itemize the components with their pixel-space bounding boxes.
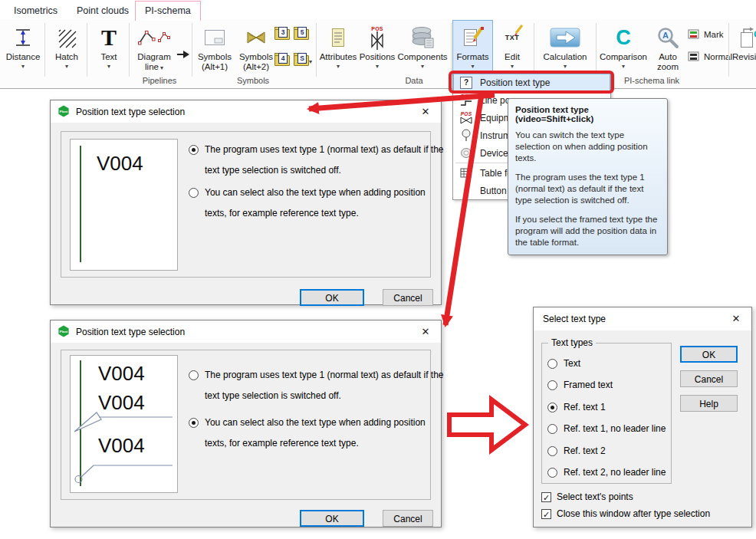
chevron-down-icon[interactable]: ▾ xyxy=(309,58,312,65)
radio-framed-text[interactable]: Framed text xyxy=(547,380,613,390)
cancel-button[interactable]: Cancel xyxy=(680,370,738,387)
svg-text:Plant: Plant xyxy=(60,110,68,113)
dialog-title: Select text type xyxy=(543,314,606,324)
radio-button[interactable] xyxy=(189,370,199,380)
radio-button[interactable] xyxy=(547,424,557,434)
radio-button[interactable] xyxy=(547,446,557,456)
normal-button[interactable]: Normal xyxy=(688,51,732,62)
radio-ref-text-1-no-leader[interactable]: Ref. text 1, no leader line xyxy=(547,423,666,434)
line-position-icon: POS xyxy=(457,94,475,107)
attributes-button[interactable]: Attributes ▾ xyxy=(319,21,357,86)
help-button[interactable]: Help xyxy=(680,395,738,412)
select-text-type-dialog: Select text type ✕ Text types Text Frame… xyxy=(533,307,752,527)
calculation-arrow-icon xyxy=(537,23,593,52)
close-icon[interactable]: ✕ xyxy=(418,325,433,339)
symbols-alt1-label-1: Symbols xyxy=(195,52,235,62)
radio-ref-text-2[interactable]: Ref. text 2 xyxy=(547,445,606,456)
symbols-valve-icon xyxy=(236,23,276,52)
radio-button[interactable] xyxy=(547,468,557,478)
checkbox-close-after-selection[interactable]: ✓ Close this window after type selection xyxy=(541,508,710,519)
hatch-button[interactable]: Hatch ▾ xyxy=(48,21,86,86)
svg-text:Plant: Plant xyxy=(60,330,68,334)
radio-ref-text-1[interactable]: Ref. text 1 xyxy=(547,402,606,412)
checkbox-select-texts-points[interactable]: ✓ Select text's points xyxy=(541,491,633,502)
tooltip-paragraph: If you select the framed text type the p… xyxy=(515,214,660,248)
text-button[interactable]: T Text ▾ xyxy=(90,21,128,86)
help-icon: ? xyxy=(460,77,472,89)
dialog-title: Position text type selection xyxy=(76,107,185,117)
radio-button[interactable] xyxy=(189,188,199,198)
group-label-symbols: Symbols xyxy=(222,76,284,86)
symbols-alt2-label-2: (Alt+2) xyxy=(236,62,276,72)
group-separator xyxy=(451,23,452,77)
radio-ref-text-2-no-leader[interactable]: Ref. text 2, no leader line xyxy=(547,467,666,478)
tab-point-clouds[interactable]: Point clouds xyxy=(67,2,138,19)
svg-text:A: A xyxy=(662,31,669,40)
checkbox-checked[interactable]: ✓ xyxy=(541,492,551,502)
radio-button-selected[interactable] xyxy=(189,418,199,428)
close-icon[interactable]: ✕ xyxy=(728,312,744,326)
radio-button-selected[interactable] xyxy=(547,403,557,412)
symbol-folder-4-button[interactable]: 4 xyxy=(274,53,290,66)
distance-button[interactable]: Distance ▾ xyxy=(3,21,43,86)
radio-button[interactable] xyxy=(547,380,557,390)
group-label-data: Data xyxy=(383,76,445,86)
diagram-line-icon xyxy=(132,23,176,52)
components-label: Components xyxy=(397,52,448,62)
radio-button[interactable] xyxy=(547,359,557,369)
symbols-alt2-label-1: Symbols xyxy=(236,52,276,62)
close-icon[interactable]: ✕ xyxy=(418,105,433,119)
radio-select-text-type[interactable]: You can select also the text type when a… xyxy=(189,417,449,454)
ok-button[interactable]: OK xyxy=(680,346,738,363)
symbol-folder-5-button[interactable]: 5 xyxy=(294,27,309,40)
revision-button[interactable]: C Revision xyxy=(730,21,756,86)
group-separator xyxy=(728,23,729,77)
group-separator xyxy=(316,23,317,77)
preview-position-text: V004 xyxy=(98,434,145,457)
preview-position-text: V004 xyxy=(98,362,145,385)
tab-pi-schema[interactable]: PI-schema xyxy=(135,1,201,21)
folder-s-icon: S xyxy=(297,53,307,64)
formats-icon xyxy=(453,23,492,52)
tab-isometrics[interactable]: Isometrics xyxy=(5,2,67,19)
symbol-folder-s-button[interactable]: S xyxy=(294,53,309,66)
dialog-title-bar[interactable]: Plant Position text type selection ✕ xyxy=(51,100,441,123)
positions-icon: POS xyxy=(359,23,396,52)
checkbox-checked[interactable]: ✓ xyxy=(541,509,551,519)
text-type-preview: V004 xyxy=(70,139,178,271)
annotation-block-arrow xyxy=(449,399,525,450)
cancel-button[interactable]: Cancel xyxy=(383,510,433,527)
pipeline-arrow-icon xyxy=(175,40,192,69)
group-separator xyxy=(192,23,192,77)
comparison-icon: C xyxy=(616,28,631,48)
radio-select-text-type[interactable]: You can select also the text type when a… xyxy=(189,187,449,224)
positions-label: Positions xyxy=(359,52,396,62)
distance-label: Distance xyxy=(3,52,43,62)
attributes-icon xyxy=(319,23,357,52)
radio-button-selected[interactable] xyxy=(189,145,199,155)
mark-button[interactable]: Mark xyxy=(688,29,724,40)
normal-icon xyxy=(688,51,700,62)
ribbon-tab-bar: Isometrics Point clouds PI-schema xyxy=(0,0,756,20)
chevron-down-icon: ▾ xyxy=(397,63,448,70)
dialog-title-bar[interactable]: Plant Position text type selection ✕ xyxy=(51,320,441,343)
ribbon: Distance ▾ Hatch ▾ T Text ▾ Diagram line… xyxy=(0,19,756,89)
group-separator xyxy=(534,23,534,77)
symbol-folder-3-button[interactable]: 3 xyxy=(274,27,290,40)
group-label-pi-schema-link: PI-schema link xyxy=(606,76,698,86)
preview-position-text: V004 xyxy=(98,391,145,414)
ok-button[interactable]: OK xyxy=(300,289,364,306)
cancel-button[interactable]: Cancel xyxy=(383,289,433,306)
edit-txt-icon: TXT xyxy=(495,23,529,52)
chevron-down-icon: ▾ xyxy=(160,64,163,71)
folder-5-icon: 5 xyxy=(297,27,307,38)
radio-normal-text-default[interactable]: The program uses text type 1 (normal tex… xyxy=(189,144,449,181)
ok-button[interactable]: OK xyxy=(300,510,364,527)
menu-item-position-text-type[interactable]: ? Position text type xyxy=(453,74,610,91)
group-separator xyxy=(596,23,597,77)
dialog-title-bar[interactable]: Select text type ✕ xyxy=(534,307,751,330)
chevron-down-icon: ▾ xyxy=(537,63,593,70)
radio-text[interactable]: Text xyxy=(547,358,580,369)
folder-3-icon: 3 xyxy=(278,27,288,38)
radio-normal-text-default[interactable]: The program uses text type 1 (normal tex… xyxy=(189,370,449,406)
